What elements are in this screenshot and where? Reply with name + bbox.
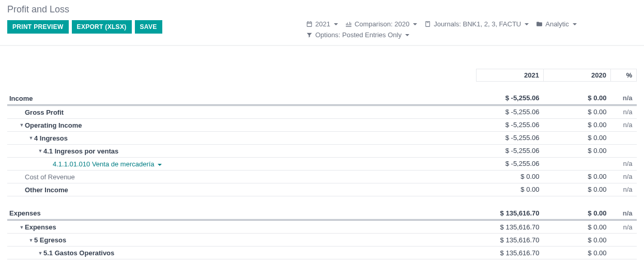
row-label-cell: Income (7, 82, 477, 105)
row-label: Expenses (9, 209, 41, 217)
cell-pct: n/a (611, 105, 637, 118)
cell-pct: n/a (611, 170, 637, 183)
row-label-cell: ▼Operating Income (7, 118, 477, 131)
filter-icon (306, 32, 313, 38)
column-header-spacer (7, 69, 477, 82)
row-label: Other Income (25, 186, 68, 194)
filter-comparison[interactable]: Comparison: 2020 (345, 20, 417, 28)
cell-2021: $ -5,255.06 (477, 131, 544, 144)
cell-2021: $ 135,616.70 (477, 220, 544, 234)
filter-year-label: 2021 (315, 20, 330, 28)
row-label-cell: ▼4.1 Ingresos por ventas (7, 144, 477, 157)
cell-2020: $ 0.00 (544, 118, 611, 131)
cell-2020: $ 0.00 (544, 183, 611, 196)
cell-pct (611, 259, 637, 262)
expand-caret-icon[interactable]: ▼ (37, 251, 43, 256)
chevron-down-icon (525, 23, 529, 25)
table-row: Income$ -5,255.06$ 0.00n/a (7, 82, 637, 105)
row-label-cell: ▼5 Egresos (7, 234, 477, 246)
export-xlsx-button[interactable]: EXPORT (XLSX) (72, 20, 132, 34)
print-preview-button[interactable]: PRINT PREVIEW (7, 20, 69, 34)
cell-2020: $ 0.00 (544, 259, 611, 262)
cell-2020: $ 0.00 (544, 144, 611, 157)
cell-2021: $ 135,616.70 (477, 246, 544, 259)
filter-analytic[interactable]: Analytic (536, 20, 577, 28)
cell-2020: $ 0.00 (544, 131, 611, 144)
cell-2021: $ 135,616.70 (477, 259, 544, 262)
cell-2021: $ -5,255.06 (477, 157, 544, 170)
book-icon (424, 21, 431, 27)
cell-2021: $ -5,255.06 (477, 82, 544, 105)
row-label-cell: 4.1.1.01.010 Venta de mercadería (7, 157, 477, 170)
table-row: ▼5 Egresos$ 135,616.70$ 0.00 (7, 234, 637, 246)
filter-options[interactable]: Options: Posted Entries Only (306, 31, 409, 39)
row-label-cell: Expenses (7, 196, 477, 220)
filter-year[interactable]: 2021 (306, 20, 338, 28)
cell-2020 (544, 157, 611, 170)
row-label: Expenses (25, 223, 56, 231)
row-label: 5 Egresos (34, 236, 66, 244)
table-row: Other Income$ 0.00$ 0.00n/a (7, 183, 637, 196)
filter-journals[interactable]: Journals: BNK1, 2, 3, FACTU (424, 20, 529, 28)
column-header-2021: 2021 (477, 69, 544, 82)
filter-bar: 2021 Comparison: 2020 Journals: BNK1, 2,… (306, 20, 637, 39)
cell-pct (611, 234, 637, 246)
calendar-icon (306, 21, 313, 27)
cell-pct: n/a (611, 220, 637, 234)
row-label-cell: ▼4 Ingresos (7, 131, 477, 144)
chevron-down-icon (573, 23, 577, 25)
cell-2021: $ 135,616.70 (477, 196, 544, 220)
chevron-down-icon[interactable] (158, 164, 162, 166)
column-header-2020: 2020 (544, 69, 611, 82)
row-label: Cost of Revenue (25, 173, 75, 181)
cell-pct (611, 131, 637, 144)
cell-pct (611, 246, 637, 259)
table-row: ▼5.1.1 Costo de Mercadería Vendida$ 135,… (7, 259, 637, 262)
expand-caret-icon[interactable]: ▼ (37, 148, 43, 153)
row-label-cell: ▼5.1 Gastos Operativos (7, 246, 477, 259)
filter-analytic-label: Analytic (545, 20, 569, 28)
cell-2020: $ 0.00 (544, 82, 611, 105)
table-row: ▼4.1 Ingresos por ventas$ -5,255.06$ 0.0… (7, 144, 637, 157)
save-button[interactable]: SAVE (135, 20, 162, 34)
expand-caret-icon[interactable]: ▼ (19, 225, 25, 230)
row-label[interactable]: 4.1.1.01.010 Venta de mercadería (53, 160, 155, 168)
row-label: 4 Ingresos (34, 134, 68, 142)
cell-pct: n/a (611, 183, 637, 196)
chevron-down-icon (334, 23, 338, 25)
folder-icon (536, 21, 543, 27)
cell-2020: $ 0.00 (544, 105, 611, 118)
table-row: Cost of Revenue$ 0.00$ 0.00n/a (7, 170, 637, 183)
row-label-cell: Other Income (7, 183, 477, 196)
expand-caret-icon[interactable]: ▼ (28, 135, 34, 141)
expand-caret-icon[interactable]: ▼ (19, 122, 25, 128)
filter-options-label: Options: Posted Entries Only (315, 31, 402, 39)
row-label-cell: ▼5.1.1 Costo de Mercadería Vendida (7, 259, 477, 262)
row-label: Operating Income (25, 121, 82, 129)
table-row: ▼5.1 Gastos Operativos$ 135,616.70$ 0.00 (7, 246, 637, 259)
filter-comparison-label: Comparison: 2020 (355, 20, 409, 28)
cell-2020: $ 0.00 (544, 220, 611, 234)
chevron-down-icon (405, 34, 409, 36)
filter-journals-label: Journals: BNK1, 2, 3, FACTU (434, 20, 521, 28)
cell-pct: n/a (611, 196, 637, 220)
cell-pct: n/a (611, 82, 637, 105)
row-label: Gross Profit (25, 109, 64, 116)
cell-2020: $ 0.00 (544, 196, 611, 220)
chevron-down-icon (413, 23, 417, 25)
row-label-cell: Gross Profit (7, 105, 477, 118)
cell-2021: $ -5,255.06 (477, 144, 544, 157)
table-row: ▼4 Ingresos$ -5,255.06$ 0.00 (7, 131, 637, 144)
table-row: Expenses$ 135,616.70$ 0.00n/a (7, 196, 637, 220)
cell-2021: $ -5,255.06 (477, 105, 544, 118)
table-row: ▼Expenses$ 135,616.70$ 0.00n/a (7, 220, 637, 234)
expand-caret-icon[interactable]: ▼ (28, 238, 34, 243)
row-label: Income (9, 95, 33, 102)
cell-2020: $ 0.00 (544, 170, 611, 183)
row-label-cell: ▼Expenses (7, 220, 477, 234)
cell-2021: $ -5,255.06 (477, 118, 544, 131)
row-label-cell: Cost of Revenue (7, 170, 477, 183)
cell-pct: n/a (611, 157, 637, 170)
profit-loss-table: 2021 2020 % Income$ -5,255.06$ 0.00n/aGr… (7, 69, 637, 262)
row-label: 5.1 Gastos Operativos (43, 249, 114, 257)
